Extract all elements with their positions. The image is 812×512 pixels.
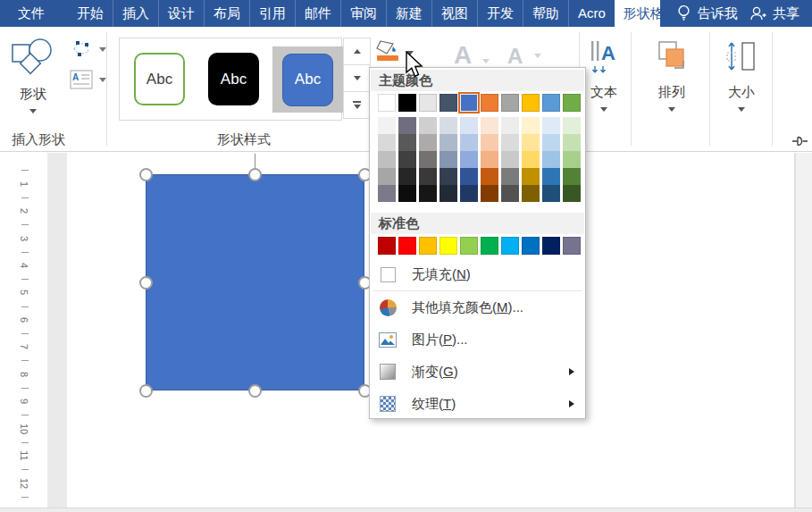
tab-5[interactable]: 引用 xyxy=(249,0,295,27)
theme-variant-swatch[interactable] xyxy=(522,151,540,168)
size-button[interactable] xyxy=(715,39,768,79)
edit-shape-button[interactable] xyxy=(70,39,106,59)
theme-variant-swatch[interactable] xyxy=(419,134,437,151)
standard-color-swatch[interactable] xyxy=(501,237,519,255)
insert-shape-button[interactable] xyxy=(11,38,55,82)
theme-variant-swatch[interactable] xyxy=(419,185,437,202)
theme-color-swatch[interactable] xyxy=(378,94,396,112)
theme-variant-swatch[interactable] xyxy=(460,151,478,168)
theme-variant-swatch[interactable] xyxy=(439,168,457,185)
theme-variant-swatch[interactable] xyxy=(501,117,519,134)
theme-variant-swatch[interactable] xyxy=(501,168,519,185)
arrange-button[interactable] xyxy=(640,39,704,79)
standard-color-swatch[interactable] xyxy=(481,237,498,255)
theme-variant-swatch[interactable] xyxy=(522,168,540,185)
tab-10[interactable]: 开发 xyxy=(477,0,523,27)
pin-ribbon-icon[interactable] xyxy=(791,134,809,148)
share-button[interactable]: 共享 xyxy=(749,0,799,27)
standard-color-swatch[interactable] xyxy=(378,237,396,255)
menu-item-texture[interactable]: 纹理(T) xyxy=(371,388,584,420)
theme-variant-swatch[interactable] xyxy=(439,134,457,151)
selection-handle[interactable] xyxy=(248,168,262,181)
theme-variant-swatch[interactable] xyxy=(460,117,478,134)
theme-variant-swatch[interactable] xyxy=(439,117,457,134)
theme-variant-swatch[interactable] xyxy=(419,117,437,134)
menu-item-picture[interactable]: 图片(P)... xyxy=(371,323,584,356)
shape-style-option[interactable]: Abc xyxy=(208,53,259,105)
theme-color-swatch[interactable] xyxy=(460,94,478,112)
tab-12[interactable]: Acro xyxy=(568,0,615,27)
theme-variant-swatch[interactable] xyxy=(542,151,560,168)
theme-variant-swatch[interactable] xyxy=(481,134,498,151)
shape-style-option[interactable]: Abc xyxy=(134,53,185,105)
theme-variant-swatch[interactable] xyxy=(398,117,416,134)
vertical-scrollbar[interactable] xyxy=(795,153,812,508)
text-box-button[interactable]: A xyxy=(70,70,106,89)
theme-variant-swatch[interactable] xyxy=(542,134,560,151)
menu-item-gradient[interactable]: 渐变(G) xyxy=(371,356,584,388)
theme-color-swatch[interactable] xyxy=(522,94,540,112)
tab-2[interactable]: 插入 xyxy=(113,0,158,27)
tell-me-button[interactable]: 告诉我 xyxy=(676,0,738,27)
theme-variant-swatch[interactable] xyxy=(419,151,437,168)
theme-variant-swatch[interactable] xyxy=(439,185,457,202)
tab-8[interactable]: 新建 xyxy=(386,0,431,27)
theme-variant-swatch[interactable] xyxy=(398,168,416,185)
tab-7[interactable]: 审阅 xyxy=(340,0,386,27)
theme-variant-swatch[interactable] xyxy=(481,185,498,202)
theme-variant-swatch[interactable] xyxy=(481,151,498,168)
theme-variant-swatch[interactable] xyxy=(563,168,581,185)
theme-variant-swatch[interactable] xyxy=(501,134,519,151)
theme-variant-swatch[interactable] xyxy=(542,117,560,134)
theme-variant-swatch[interactable] xyxy=(398,151,416,168)
tab-1[interactable]: 开始 xyxy=(68,0,113,27)
theme-variant-swatch[interactable] xyxy=(378,168,396,185)
theme-color-swatch[interactable] xyxy=(563,94,581,112)
theme-variant-swatch[interactable] xyxy=(460,185,478,202)
tab-11[interactable]: 帮助 xyxy=(523,0,568,27)
theme-variant-swatch[interactable] xyxy=(522,117,540,134)
theme-variant-swatch[interactable] xyxy=(522,185,540,202)
selection-handle[interactable] xyxy=(248,384,262,398)
theme-variant-swatch[interactable] xyxy=(563,117,581,134)
text-group-button[interactable]: A xyxy=(582,39,625,80)
theme-variant-swatch[interactable] xyxy=(563,151,581,168)
horizontal-scrollbar[interactable] xyxy=(0,508,812,512)
tab-6[interactable]: 邮件 xyxy=(295,0,340,27)
theme-color-swatch[interactable] xyxy=(481,94,498,112)
theme-variant-swatch[interactable] xyxy=(542,168,560,185)
theme-variant-swatch[interactable] xyxy=(398,134,416,151)
theme-variant-swatch[interactable] xyxy=(378,117,396,134)
tab-9[interactable]: 视图 xyxy=(431,0,477,27)
standard-color-swatch[interactable] xyxy=(419,237,437,255)
theme-color-swatch[interactable] xyxy=(542,94,560,112)
theme-variant-swatch[interactable] xyxy=(398,185,416,202)
theme-variant-swatch[interactable] xyxy=(460,134,478,151)
theme-variant-swatch[interactable] xyxy=(501,151,519,168)
tab-file[interactable]: 文件 xyxy=(9,0,54,27)
tab-4[interactable]: 布局 xyxy=(204,0,249,27)
standard-color-swatch[interactable] xyxy=(439,237,457,255)
theme-variant-swatch[interactable] xyxy=(481,168,498,185)
standard-color-swatch[interactable] xyxy=(563,237,581,255)
standard-color-swatch[interactable] xyxy=(398,237,416,255)
theme-variant-swatch[interactable] xyxy=(419,168,437,185)
theme-variant-swatch[interactable] xyxy=(378,151,396,168)
tab-3[interactable]: 设计 xyxy=(158,0,204,27)
theme-variant-swatch[interactable] xyxy=(378,185,396,202)
theme-variant-swatch[interactable] xyxy=(522,134,540,151)
theme-color-swatch[interactable] xyxy=(439,94,457,112)
theme-variant-swatch[interactable] xyxy=(460,168,478,185)
standard-color-swatch[interactable] xyxy=(542,237,560,255)
gallery-scroll-down-button[interactable] xyxy=(343,64,371,92)
theme-variant-swatch[interactable] xyxy=(378,134,396,151)
shape-style-option-selected[interactable]: Abc xyxy=(282,54,333,106)
theme-variant-swatch[interactable] xyxy=(439,151,457,168)
standard-color-swatch[interactable] xyxy=(460,237,478,255)
theme-variant-swatch[interactable] xyxy=(563,185,581,202)
selection-handle[interactable] xyxy=(139,384,153,398)
theme-variant-swatch[interactable] xyxy=(481,117,498,134)
selection-handle[interactable] xyxy=(139,276,153,290)
theme-variant-swatch[interactable] xyxy=(501,185,519,202)
menu-item-no-fill[interactable]: 无填充(N) xyxy=(371,258,584,290)
